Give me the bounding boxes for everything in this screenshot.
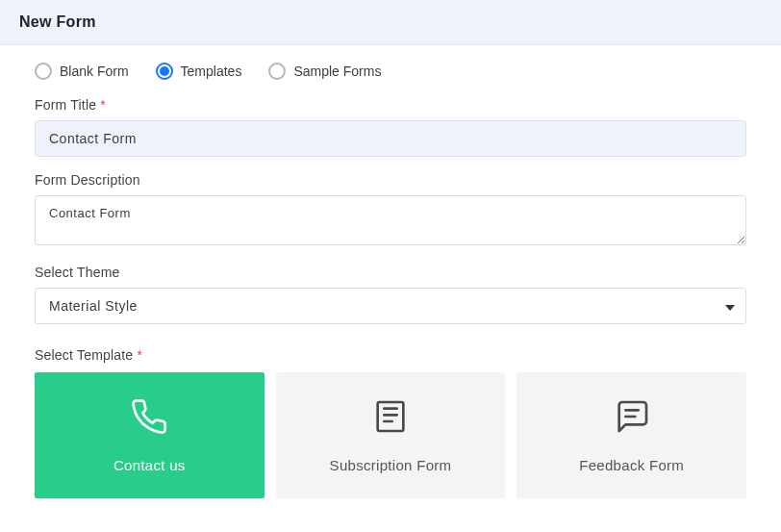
form-description-label: Form Description <box>35 172 746 188</box>
radio-sample-forms[interactable]: Sample Forms <box>268 63 381 80</box>
radio-label: Blank Form <box>60 63 129 79</box>
template-card-subscription[interactable]: Subscription Form <box>276 372 506 498</box>
select-theme-field: Select Theme Material Style <box>35 265 746 324</box>
select-template-field: Select Template * Contact us <box>35 347 746 498</box>
phone-icon <box>130 397 168 440</box>
select-template-label: Select Template * <box>35 347 746 363</box>
radio-templates[interactable]: Templates <box>156 63 242 80</box>
select-theme-dropdown[interactable]: Material Style <box>35 288 746 324</box>
form-type-radio-group: Blank Form Templates Sample Forms <box>35 63 746 80</box>
template-card-label: Feedback Form <box>579 457 684 473</box>
dialog-title: New Form <box>19 13 762 31</box>
dialog-header: New Form <box>0 0 781 45</box>
template-card-label: Contact us <box>113 457 186 473</box>
newspaper-icon <box>371 397 410 440</box>
radio-label: Templates <box>181 63 242 79</box>
form-title-field: Form Title * <box>35 97 746 157</box>
template-card-feedback[interactable]: Feedback Form <box>516 372 746 498</box>
dialog-content: Blank Form Templates Sample Forms Form T… <box>0 45 781 531</box>
select-theme-label: Select Theme <box>35 265 746 280</box>
radio-icon <box>268 63 286 80</box>
template-card-label: Subscription Form <box>330 457 452 473</box>
template-card-row: Contact us Subscription Form <box>35 372 746 498</box>
form-description-field: Form Description Contact Form <box>35 172 746 249</box>
form-description-input[interactable]: Contact Form <box>35 195 746 245</box>
form-title-input[interactable] <box>35 120 746 157</box>
template-card-contact-us[interactable]: Contact us <box>35 372 265 498</box>
radio-label: Sample Forms <box>293 63 381 79</box>
form-title-label: Form Title * <box>35 97 746 113</box>
svg-rect-0 <box>378 402 404 431</box>
radio-blank-form[interactable]: Blank Form <box>35 63 129 80</box>
chat-icon <box>613 397 651 440</box>
radio-icon <box>156 63 173 80</box>
radio-icon <box>35 63 52 80</box>
